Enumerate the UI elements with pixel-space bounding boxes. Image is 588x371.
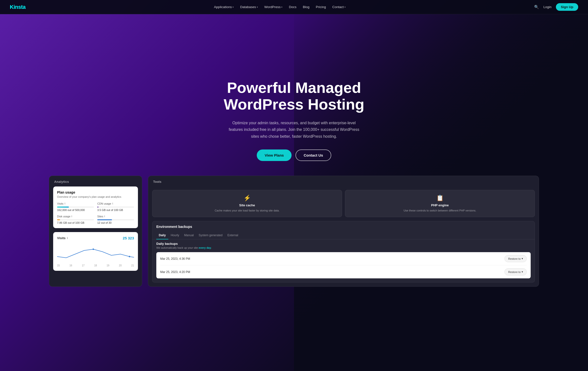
view-plans-button[interactable]: View Plans (257, 149, 292, 161)
metric-info-icon-0: ℹ (64, 202, 65, 205)
metric-value-2: 7.86 GB out of 100 GB (57, 221, 94, 224)
metric-info-icon-2: ℹ (71, 215, 72, 218)
analytics-section-title: Analytics (49, 176, 142, 186)
login-link[interactable]: Login (543, 5, 551, 9)
nav-right: 🔍 Login Sign Up (534, 3, 578, 11)
tab-system-generated[interactable]: System generated (196, 232, 225, 239)
chart-date-16: 16 (69, 264, 72, 267)
hero-subtitle: Optimize your admin tasks, resources, an… (228, 120, 360, 140)
chart-date-15: 15 (57, 264, 60, 267)
visits-chart (57, 243, 134, 263)
metric-progress-0 (57, 207, 94, 208)
metric-fill-1 (97, 207, 98, 208)
visits-count: 25 323 (123, 236, 134, 240)
svg-point-0 (93, 248, 94, 250)
metric-3: Sites ℹ 12 out of 30 (97, 215, 134, 224)
plan-usage-title: Plan usage (57, 190, 134, 194)
analytics-card: Analytics Plan usage Overview of your co… (49, 176, 142, 287)
chart-date-19: 19 (107, 264, 109, 267)
php-engine-icon: 📋 (349, 195, 531, 201)
metric-progress-1 (97, 207, 134, 208)
nav-link-blog[interactable]: Blog (300, 4, 312, 10)
metric-1: CDN usage ℹ 3.5 GB out of 100 GB (97, 202, 134, 211)
tools-card: Tools ⚡ Site cache Cache makes your site… (148, 176, 539, 287)
nav-link-databases[interactable]: Databases▾ (238, 4, 260, 10)
metric-value-1: 3.5 GB out of 100 GB (97, 209, 134, 211)
metric-fill-3 (97, 219, 112, 220)
daily-backups-subtitle: We automatically back up your site every… (156, 246, 531, 249)
chart-date-17: 17 (82, 264, 85, 267)
metric-info-icon-1: ℹ (112, 202, 113, 205)
chevron-down-icon: ▾ (233, 6, 234, 8)
backups-card: Environment backups Daily Hourly Manual … (152, 221, 535, 283)
tab-daily[interactable]: Daily (156, 232, 168, 239)
site-cache-desc: Cache makes your site load faster by sto… (156, 209, 338, 213)
search-icon[interactable]: 🔍 (534, 5, 539, 9)
site-cache-icon: ⚡ (156, 195, 338, 201)
php-engine-tool[interactable]: 📋 PHP engine Use these controls to switc… (345, 190, 535, 217)
php-engine-name: PHP engine (349, 203, 531, 207)
tab-external[interactable]: External (225, 232, 241, 239)
metric-fill-2 (57, 219, 60, 220)
metric-label-3: Sites ℹ (97, 215, 134, 218)
restore-button-1[interactable]: Restore to ▾ (504, 255, 527, 262)
backup-date-2: Mar 25, 2023, 4:20 PM (160, 270, 190, 274)
tools-section: Tools (148, 176, 539, 190)
metric-0: Visits ℹ 162,000 out of 500,000 (57, 202, 94, 211)
nav-link-wordpress[interactable]: WordPress▾ (262, 4, 285, 10)
site-cache-name: Site cache (156, 203, 338, 207)
backup-row-1: Mar 25, 2023, 4:36 PM Restore to ▾ (156, 252, 531, 265)
site-cache-tool[interactable]: ⚡ Site cache Cache makes your site load … (152, 190, 342, 217)
chevron-down-icon: ▾ (257, 6, 258, 8)
metric-2: Disk usage ℹ 7.86 GB out of 100 GB (57, 215, 94, 224)
metric-label-2: Disk usage ℹ (57, 215, 94, 218)
hero-section: Powerful Managed WordPress Hosting Optim… (0, 0, 588, 371)
visits-info-icon: ℹ (67, 237, 68, 239)
daily-backups-title: Daily backups (156, 242, 531, 246)
chevron-down-icon: ▾ (281, 6, 282, 8)
hero-buttons: View Plans Contact Us (211, 149, 377, 161)
plan-usage-subtitle: Overview of your company's plan usage an… (57, 195, 134, 198)
nav-link-docs[interactable]: Docs (286, 4, 299, 10)
metric-fill-0 (57, 207, 69, 208)
navbar: Kinsta Applications▾Databases▾WordPress▾… (0, 0, 588, 14)
daily-backups-section: Daily backups We automatically back up y… (152, 239, 535, 250)
metric-label-0: Visits ℹ (57, 202, 94, 205)
chart-date-21: 21 (131, 264, 134, 267)
backup-rows-container: Mar 25, 2023, 4:36 PM Restore to ▾ Mar 2… (156, 252, 531, 278)
metric-info-icon-3: ℹ (104, 215, 105, 218)
tools-section-title: Tools (153, 180, 534, 184)
php-engine-desc: Use these controls to switch between dif… (349, 209, 531, 213)
visits-title: Visits ℹ (57, 236, 68, 240)
visits-chart-card: Visits ℹ 25 323 15 16 17 18 (53, 232, 138, 271)
nav-link-applications[interactable]: Applications▾ (211, 4, 236, 10)
metric-progress-2 (57, 219, 94, 220)
restore-chevron-1: ▾ (522, 257, 523, 260)
metric-value-3: 12 out of 30 (97, 221, 134, 224)
backup-date-1: Mar 25, 2023, 4:36 PM (160, 257, 190, 260)
chart-date-20: 20 (119, 264, 122, 267)
logo[interactable]: Kinsta (10, 4, 25, 10)
tools-grid: ⚡ Site cache Cache makes your site load … (152, 190, 535, 217)
restore-button-2[interactable]: Restore to ▾ (504, 268, 527, 275)
dashboard-preview: Analytics Plan usage Overview of your co… (5, 176, 583, 302)
chart-date-18: 18 (94, 264, 97, 267)
contact-us-button[interactable]: Contact Us (295, 149, 331, 161)
metrics-grid: Visits ℹ 162,000 out of 500,000 CDN usag… (57, 202, 134, 224)
nav-link-pricing[interactable]: Pricing (313, 4, 328, 10)
hero-title: Powerful Managed WordPress Hosting (211, 79, 377, 113)
nav-links: Applications▾Databases▾WordPress▾DocsBlo… (211, 4, 348, 10)
hero-content: Powerful Managed WordPress Hosting Optim… (211, 79, 377, 161)
restore-chevron-2: ▾ (522, 270, 523, 273)
tab-manual[interactable]: Manual (182, 232, 196, 239)
signup-button[interactable]: Sign Up (556, 3, 578, 11)
backups-header: Environment backups (152, 221, 535, 232)
chart-dates: 15 16 17 18 19 20 21 (57, 264, 134, 267)
svg-point-1 (129, 256, 130, 257)
chevron-down-icon: ▾ (344, 6, 346, 8)
nav-link-contact[interactable]: Contact▾ (330, 4, 348, 10)
tab-hourly[interactable]: Hourly (168, 232, 182, 239)
backup-row-2: Mar 25, 2023, 4:20 PM Restore to ▾ (156, 265, 531, 278)
environment-backups-title: Environment backups (156, 225, 531, 229)
metric-label-1: CDN usage ℹ (97, 202, 134, 205)
